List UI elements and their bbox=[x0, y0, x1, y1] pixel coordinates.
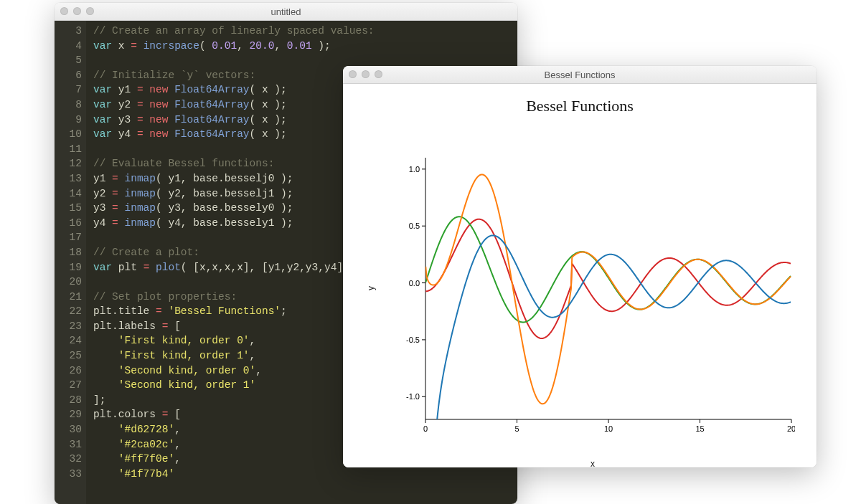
line-number: 7 bbox=[56, 82, 82, 98]
code-line[interactable]: '#2ca02c', bbox=[93, 437, 375, 452]
line-number: 25 bbox=[56, 348, 82, 363]
code-line[interactable]: var y2 = new Float64Array( x ); bbox=[93, 98, 375, 113]
code-line[interactable]: '#d62728', bbox=[93, 422, 375, 437]
close-icon[interactable] bbox=[60, 7, 68, 15]
code-line[interactable]: y4 = inmap( y4, base.bessely1 ); bbox=[93, 216, 375, 231]
x-tick-label: 15 bbox=[695, 424, 704, 433]
line-number: 19 bbox=[56, 260, 82, 275]
line-number: 4 bbox=[56, 39, 82, 54]
x-axis-label: x bbox=[591, 459, 595, 467]
line-number: 17 bbox=[56, 230, 82, 245]
line-number: 3 bbox=[56, 24, 82, 39]
traffic-lights bbox=[349, 70, 382, 78]
minimize-icon[interactable] bbox=[73, 7, 81, 15]
line-number: 21 bbox=[56, 290, 82, 305]
code-line[interactable]: 'First kind, order 1', bbox=[93, 348, 375, 363]
zoom-icon[interactable] bbox=[375, 70, 382, 78]
series-bessely0 bbox=[425, 174, 791, 404]
code-line[interactable]: ]; bbox=[93, 393, 375, 408]
code-line[interactable]: plt.title = 'Bessel Functions'; bbox=[93, 304, 375, 319]
zoom-icon[interactable] bbox=[86, 7, 94, 15]
code-line[interactable] bbox=[93, 230, 375, 245]
plot-window-title: Bessel Functions bbox=[343, 70, 817, 80]
code-line[interactable]: var plt = plot( [x,x,x,x], [y1,y2,y3,y4]… bbox=[93, 260, 375, 275]
editor-gutter: 3456789101112131415161718192021222324252… bbox=[55, 21, 86, 504]
code-line[interactable]: // Create a plot: bbox=[93, 245, 375, 260]
line-number: 14 bbox=[56, 186, 82, 201]
line-number: 30 bbox=[56, 422, 82, 437]
line-number: 5 bbox=[56, 53, 82, 68]
plot-titlebar[interactable]: Bessel Functions bbox=[343, 66, 817, 84]
line-number: 20 bbox=[56, 275, 82, 290]
minimize-icon[interactable] bbox=[362, 70, 370, 78]
x-tick-label: 5 bbox=[514, 424, 519, 433]
line-number: 22 bbox=[56, 304, 82, 319]
code-line[interactable] bbox=[93, 53, 375, 68]
y-tick-label: 0.0 bbox=[409, 279, 420, 287]
code-line[interactable]: 'Second kind, order 1' bbox=[93, 378, 375, 393]
code-line[interactable]: '#1f77b4' bbox=[93, 467, 375, 482]
code-line[interactable]: 'First kind, order 0', bbox=[93, 333, 375, 348]
code-line[interactable]: plt.labels = [ bbox=[93, 319, 375, 334]
x-tick-label: 0 bbox=[423, 424, 428, 433]
line-number: 13 bbox=[56, 171, 82, 186]
editor-code[interactable]: // Create an array of linearly spaced va… bbox=[86, 21, 382, 504]
editor-title: untitled bbox=[55, 6, 517, 17]
line-number: 29 bbox=[56, 407, 82, 422]
line-number: 11 bbox=[56, 142, 82, 157]
line-number: 8 bbox=[56, 98, 82, 113]
code-line[interactable]: y1 = inmap( y1, base.besselj0 ); bbox=[93, 171, 375, 186]
close-icon[interactable] bbox=[349, 70, 357, 78]
line-number: 16 bbox=[56, 216, 82, 231]
plot-title: Bessel Functions bbox=[343, 97, 817, 115]
plot-axes bbox=[425, 158, 791, 419]
code-line[interactable]: // Initialize `y` vectors: bbox=[93, 68, 375, 83]
series-besselj1 bbox=[425, 217, 791, 322]
line-number: 24 bbox=[56, 333, 82, 348]
line-number: 9 bbox=[56, 113, 82, 128]
x-tick-label: 10 bbox=[604, 424, 613, 433]
line-number: 18 bbox=[56, 245, 82, 260]
line-number: 10 bbox=[56, 127, 82, 142]
line-number: 12 bbox=[56, 156, 82, 171]
x-tick-label: 20 bbox=[787, 424, 795, 433]
code-line[interactable]: y2 = inmap( y2, base.besselj1 ); bbox=[93, 186, 375, 201]
code-line[interactable]: var y3 = new Float64Array( x ); bbox=[93, 113, 375, 128]
y-tick-label: 1.0 bbox=[409, 165, 420, 173]
plot-body: Bessel Functions y -1.0-0.50.00.51.00510… bbox=[343, 97, 817, 467]
line-number: 31 bbox=[56, 437, 82, 452]
y-axis-label: y bbox=[366, 286, 376, 290]
line-number: 27 bbox=[56, 378, 82, 393]
code-line[interactable] bbox=[93, 275, 375, 290]
line-number: 32 bbox=[56, 452, 82, 467]
code-line[interactable]: '#ff7f0e', bbox=[93, 452, 375, 467]
y-tick-label: -0.5 bbox=[406, 336, 420, 344]
code-line[interactable]: y3 = inmap( y3, base.bessely0 ); bbox=[93, 201, 375, 216]
code-line[interactable]: var y1 = new Float64Array( x ); bbox=[93, 82, 375, 98]
line-number: 33 bbox=[56, 467, 82, 482]
plot-window: Bessel Functions Bessel Functions y -1.0… bbox=[343, 66, 817, 467]
y-tick-label: -1.0 bbox=[406, 392, 420, 401]
editor-titlebar[interactable]: untitled bbox=[55, 3, 517, 21]
line-number: 15 bbox=[56, 201, 82, 216]
code-line[interactable]: // Create an array of linearly spaced va… bbox=[93, 24, 375, 39]
code-line[interactable]: // Set plot properties: bbox=[93, 290, 375, 305]
code-line[interactable] bbox=[93, 142, 375, 157]
line-number: 6 bbox=[56, 68, 82, 83]
y-tick-label: 0.5 bbox=[409, 222, 420, 230]
traffic-lights bbox=[60, 7, 94, 15]
series-bessely1 bbox=[425, 235, 791, 441]
plot-area: -1.0-0.50.00.51.005101520 bbox=[397, 154, 795, 441]
code-line[interactable]: 'Second kind, order 0', bbox=[93, 363, 375, 379]
line-number: 23 bbox=[56, 319, 82, 334]
code-line[interactable]: // Evaluate Bessel functions: bbox=[93, 156, 375, 171]
code-line[interactable]: plt.colors = [ bbox=[93, 407, 375, 422]
line-number: 26 bbox=[56, 363, 82, 379]
line-number: 28 bbox=[56, 393, 82, 408]
code-line[interactable]: var y4 = new Float64Array( x ); bbox=[93, 127, 375, 142]
code-line[interactable]: var x = incrspace( 0.01, 20.0, 0.01 ); bbox=[93, 39, 375, 54]
